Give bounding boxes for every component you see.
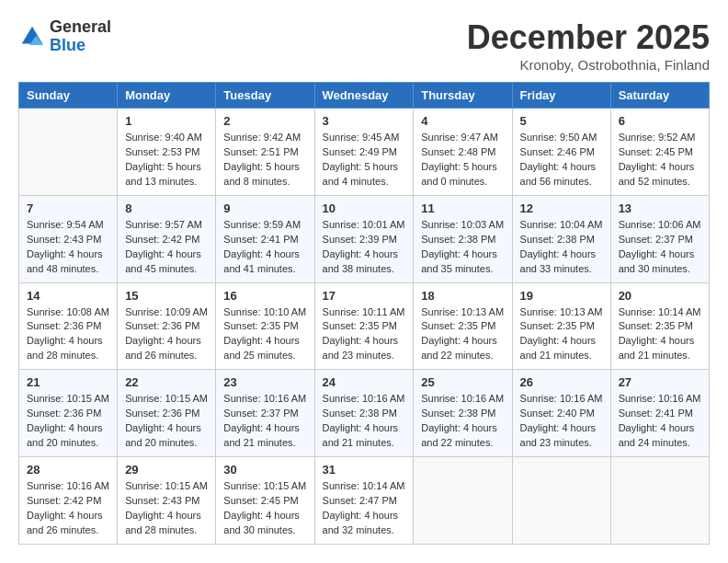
page-header: General Blue December 2025 Kronoby, Ostr… [18,18,710,73]
day-info: Sunrise: 10:14 AM Sunset: 2:47 PM Daylig… [323,479,406,538]
calendar-cell [610,457,709,545]
calendar-cell: 23Sunrise: 10:16 AM Sunset: 2:37 PM Dayl… [216,370,314,457]
calendar-cell: 8Sunrise: 9:57 AM Sunset: 2:42 PM Daylig… [118,195,216,282]
calendar-cell: 9Sunrise: 9:59 AM Sunset: 2:41 PM Daylig… [216,195,314,282]
day-number: 4 [421,114,504,128]
day-number: 10 [323,201,406,215]
day-info: Sunrise: 10:08 AM Sunset: 2:36 PM Daylig… [27,305,109,364]
calendar-cell: 12Sunrise: 10:04 AM Sunset: 2:38 PM Dayl… [512,195,610,282]
weekday-header: Monday [118,83,216,109]
day-number: 28 [27,463,109,477]
calendar-cell: 4Sunrise: 9:47 AM Sunset: 2:48 PM Daylig… [414,109,512,196]
day-number: 5 [520,114,603,128]
day-info: Sunrise: 9:45 AM Sunset: 2:49 PM Dayligh… [323,131,406,190]
weekday-header: Saturday [610,83,709,109]
day-number: 9 [223,201,306,215]
calendar-cell: 17Sunrise: 10:11 AM Sunset: 2:35 PM Dayl… [314,282,414,370]
weekday-header: Sunday [19,83,118,109]
calendar-cell: 21Sunrise: 10:15 AM Sunset: 2:36 PM Dayl… [19,370,118,457]
day-info: Sunrise: 9:40 AM Sunset: 2:53 PM Dayligh… [125,131,208,190]
day-number: 31 [323,463,406,477]
month-title: December 2025 [467,18,710,57]
day-info: Sunrise: 9:57 AM Sunset: 2:42 PM Dayligh… [125,218,208,277]
calendar-cell: 30Sunrise: 10:15 AM Sunset: 2:45 PM Dayl… [216,457,314,545]
calendar-cell [512,457,610,545]
day-number: 22 [125,375,208,389]
day-number: 3 [323,114,406,128]
calendar-cell: 25Sunrise: 10:16 AM Sunset: 2:38 PM Dayl… [414,370,512,457]
day-info: Sunrise: 10:03 AM Sunset: 2:38 PM Daylig… [421,218,504,277]
calendar-week-row: 7Sunrise: 9:54 AM Sunset: 2:43 PM Daylig… [19,195,710,282]
day-info: Sunrise: 9:50 AM Sunset: 2:46 PM Dayligh… [520,131,603,190]
day-info: Sunrise: 10:15 AM Sunset: 2:45 PM Daylig… [223,479,306,538]
day-info: Sunrise: 10:13 AM Sunset: 2:35 PM Daylig… [421,305,504,364]
day-number: 20 [619,289,701,303]
weekday-header: Tuesday [216,83,314,109]
calendar-cell: 2Sunrise: 9:42 AM Sunset: 2:51 PM Daylig… [216,109,314,196]
calendar-cell: 10Sunrise: 10:01 AM Sunset: 2:39 PM Dayl… [314,195,414,282]
title-block: December 2025 Kronoby, Ostrobothnia, Fin… [467,18,710,73]
day-number: 6 [619,114,701,128]
logo-blue-text: Blue [50,37,111,55]
day-number: 1 [125,114,208,128]
calendar-week-row: 1Sunrise: 9:40 AM Sunset: 2:53 PM Daylig… [19,109,710,196]
day-info: Sunrise: 10:13 AM Sunset: 2:35 PM Daylig… [520,305,603,364]
day-number: 25 [421,375,504,389]
day-number: 11 [421,201,504,215]
calendar-cell: 31Sunrise: 10:14 AM Sunset: 2:47 PM Dayl… [314,457,414,545]
calendar-cell: 13Sunrise: 10:06 AM Sunset: 2:37 PM Dayl… [610,195,709,282]
weekday-header: Friday [512,83,610,109]
day-info: Sunrise: 10:04 AM Sunset: 2:38 PM Daylig… [520,218,603,277]
day-info: Sunrise: 10:09 AM Sunset: 2:36 PM Daylig… [125,305,208,364]
calendar-cell [414,457,512,545]
calendar-cell: 7Sunrise: 9:54 AM Sunset: 2:43 PM Daylig… [19,195,118,282]
day-number: 27 [619,375,701,389]
day-number: 12 [520,201,603,215]
day-number: 24 [323,375,406,389]
calendar-cell: 5Sunrise: 9:50 AM Sunset: 2:46 PM Daylig… [512,109,610,196]
calendar-cell: 16Sunrise: 10:10 AM Sunset: 2:35 PM Dayl… [216,282,314,370]
day-number: 30 [223,463,306,477]
day-info: Sunrise: 10:10 AM Sunset: 2:35 PM Daylig… [223,305,306,364]
calendar-cell [19,109,118,196]
day-number: 2 [223,114,306,128]
day-info: Sunrise: 10:16 AM Sunset: 2:38 PM Daylig… [421,392,504,451]
day-info: Sunrise: 10:06 AM Sunset: 2:37 PM Daylig… [619,218,701,277]
day-info: Sunrise: 10:16 AM Sunset: 2:41 PM Daylig… [619,392,701,451]
calendar-cell: 27Sunrise: 10:16 AM Sunset: 2:41 PM Dayl… [610,370,709,457]
day-info: Sunrise: 10:15 AM Sunset: 2:43 PM Daylig… [125,479,208,538]
calendar-cell: 3Sunrise: 9:45 AM Sunset: 2:49 PM Daylig… [314,109,414,196]
calendar-cell: 19Sunrise: 10:13 AM Sunset: 2:35 PM Dayl… [512,282,610,370]
day-info: Sunrise: 10:14 AM Sunset: 2:35 PM Daylig… [619,305,701,364]
calendar-cell: 24Sunrise: 10:16 AM Sunset: 2:38 PM Dayl… [314,370,414,457]
calendar-cell: 26Sunrise: 10:16 AM Sunset: 2:40 PM Dayl… [512,370,610,457]
day-number: 23 [223,375,306,389]
weekday-header: Thursday [414,83,512,109]
logo: General Blue [18,18,111,55]
day-info: Sunrise: 10:16 AM Sunset: 2:40 PM Daylig… [520,392,603,451]
day-number: 26 [520,375,603,389]
calendar-cell: 15Sunrise: 10:09 AM Sunset: 2:36 PM Dayl… [118,282,216,370]
logo-icon [18,23,46,51]
calendar-week-row: 28Sunrise: 10:16 AM Sunset: 2:42 PM Dayl… [19,457,710,545]
day-number: 16 [223,289,306,303]
calendar-cell: 29Sunrise: 10:15 AM Sunset: 2:43 PM Dayl… [118,457,216,545]
calendar-cell: 22Sunrise: 10:15 AM Sunset: 2:36 PM Dayl… [118,370,216,457]
calendar-cell: 14Sunrise: 10:08 AM Sunset: 2:36 PM Dayl… [19,282,118,370]
day-info: Sunrise: 10:16 AM Sunset: 2:37 PM Daylig… [223,392,306,451]
day-info: Sunrise: 10:16 AM Sunset: 2:38 PM Daylig… [323,392,406,451]
calendar-cell: 28Sunrise: 10:16 AM Sunset: 2:42 PM Dayl… [19,457,118,545]
day-number: 19 [520,289,603,303]
logo-text: General Blue [50,18,111,55]
day-number: 18 [421,289,504,303]
calendar-cell: 6Sunrise: 9:52 AM Sunset: 2:45 PM Daylig… [610,109,709,196]
day-number: 14 [27,289,109,303]
weekday-header: Wednesday [314,83,414,109]
day-number: 29 [125,463,208,477]
day-info: Sunrise: 10:15 AM Sunset: 2:36 PM Daylig… [27,392,109,451]
day-info: Sunrise: 10:15 AM Sunset: 2:36 PM Daylig… [125,392,208,451]
day-info: Sunrise: 9:52 AM Sunset: 2:45 PM Dayligh… [619,131,701,190]
calendar-week-row: 21Sunrise: 10:15 AM Sunset: 2:36 PM Dayl… [19,370,710,457]
day-info: Sunrise: 10:01 AM Sunset: 2:39 PM Daylig… [323,218,406,277]
day-info: Sunrise: 9:54 AM Sunset: 2:43 PM Dayligh… [27,218,109,277]
